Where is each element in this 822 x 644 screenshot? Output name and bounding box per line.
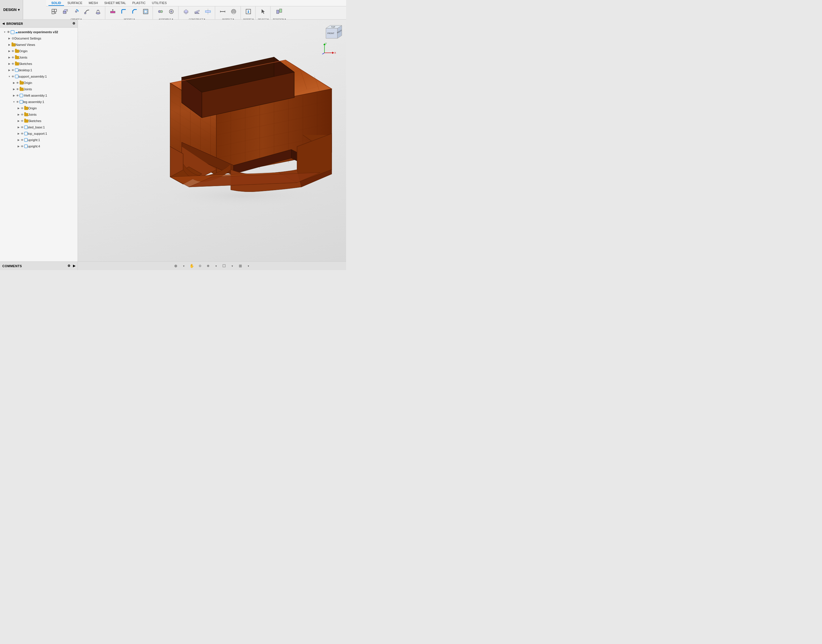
comments-section[interactable]: COMMENTS ⚙ ▶	[0, 262, 78, 270]
tree-item-upright-1[interactable]: ▶ 👁 upright:1	[0, 137, 78, 143]
snap-tool-button[interactable]: ⊕	[172, 262, 179, 270]
tree-item-left-assembly[interactable]: ▶ 👁 left assembly:1	[0, 92, 78, 99]
tree-toggle-la-origin[interactable]: ▶	[16, 106, 21, 110]
browser-collapse-icon[interactable]: ◀	[2, 22, 5, 25]
grid-settings-button[interactable]: ⊞	[237, 262, 244, 270]
tree-toggle-top-support[interactable]: ▶	[16, 131, 21, 136]
insert-button[interactable]	[243, 6, 254, 17]
eye-icon-la-origin[interactable]: 👁	[21, 107, 24, 110]
joint-button[interactable]	[155, 6, 165, 17]
zoom-in-button[interactable]: ⊕	[205, 262, 211, 270]
display-settings-button[interactable]: ☐	[220, 262, 228, 270]
tree-toggle-desktop[interactable]: ▶	[7, 68, 12, 72]
tree-item-support-assembly[interactable]: ▾ 👁 support_assembly:1	[0, 73, 78, 80]
press-pull-button[interactable]	[107, 6, 118, 17]
tree-item-named-views[interactable]: ▶ Named Views	[0, 41, 78, 48]
eye-icon-sketches[interactable]: 👁	[12, 62, 14, 66]
browser-title: BROWSER	[6, 22, 23, 25]
tree-toggle-doc-settings[interactable]: ▶	[7, 36, 12, 41]
display-menu-button[interactable]: ▾	[229, 262, 236, 270]
extrude-button[interactable]	[60, 6, 70, 17]
tree-item-la-origin[interactable]: ▶ 👁 Origin	[0, 105, 78, 111]
tab-mesh[interactable]: MESH	[86, 1, 101, 6]
measure-button[interactable]	[217, 6, 228, 17]
eye-icon-desktop[interactable]: 👁	[12, 69, 14, 72]
tree-toggle-sa-origin[interactable]: ▶	[12, 81, 16, 85]
tree-toggle-root[interactable]: ▾	[2, 30, 7, 34]
viewcube[interactable]: TOP FRONT RIGHT Y Z X	[320, 23, 343, 46]
tree-item-desktop[interactable]: ▶ 👁 desktop:1	[0, 67, 78, 73]
tree-toggle-sketches[interactable]: ▶	[7, 61, 12, 66]
eye-icon[interactable]: 👁	[7, 30, 10, 34]
tree-toggle-left-assembly[interactable]: ▶	[12, 93, 16, 98]
eye-icon-sa-origin[interactable]: 👁	[16, 81, 19, 84]
tree-item-sa-origin[interactable]: ▶ 👁 Origin	[0, 80, 78, 86]
tree-toggle-upright-4[interactable]: ▶	[16, 144, 21, 149]
tree-item-origin[interactable]: ▶ 👁 Origin	[0, 48, 78, 54]
eye-icon-left-assembly[interactable]: 👁	[16, 94, 19, 97]
eye-icon-support-assembly[interactable]: 👁	[12, 75, 14, 78]
eye-icon-upright-4[interactable]: 👁	[21, 145, 24, 148]
tree-item-upright-4[interactable]: ▶ 👁 upright:4	[0, 143, 78, 149]
shell-button[interactable]	[141, 6, 151, 17]
eye-icon-top-support[interactable]: 👁	[21, 132, 24, 135]
tree-toggle-upright-1[interactable]: ▶	[16, 138, 21, 142]
pan-tool-button[interactable]: ✋	[188, 262, 195, 270]
fillet-button[interactable]	[119, 6, 129, 17]
tree-item-top-support[interactable]: ▶ 👁 top_support:1	[0, 130, 78, 137]
position-button[interactable]	[274, 6, 285, 17]
eye-icon-joints[interactable]: 👁	[12, 56, 14, 59]
tree-toggle-origin[interactable]: ▶	[7, 49, 12, 54]
3d-viewport[interactable]: TOP FRONT RIGHT Y Z X	[78, 20, 346, 261]
tree-toggle-named-views[interactable]: ▶	[7, 42, 12, 47]
midplane-button[interactable]	[203, 6, 213, 17]
chamfer-button[interactable]	[130, 6, 140, 17]
grid-menu-button[interactable]: ▾	[245, 262, 252, 270]
gear-icon: ⚙	[12, 37, 14, 40]
tab-plastic[interactable]: PLASTIC	[130, 1, 148, 6]
select-button[interactable]	[258, 6, 268, 17]
snap-menu-button[interactable]: ▾	[180, 262, 187, 270]
tree-item-sketches[interactable]: ▶ 👁 Sketches	[0, 61, 78, 67]
eye-icon-upright-1[interactable]: 👁	[21, 138, 24, 142]
loft-button[interactable]	[93, 6, 103, 17]
tree-toggle-sled-base[interactable]: ▶	[16, 125, 21, 130]
browser-settings-icon[interactable]: ⚙	[72, 21, 75, 25]
tree-toggle-la-joints[interactable]: ▶	[16, 112, 21, 117]
zoom-fit-button[interactable]: ⊙	[196, 262, 204, 270]
eye-icon-la-sketches[interactable]: 👁	[21, 120, 24, 123]
angle-plane-button[interactable]	[192, 6, 202, 17]
tree-item-sled-base[interactable]: ▶ 👁 sled_base:1	[0, 124, 78, 130]
tree-item-root[interactable]: ▾ 👁 ☁ assembly experiments v32	[0, 29, 78, 35]
eye-icon-origin[interactable]: 👁	[12, 50, 14, 53]
tree-item-la-joints[interactable]: ▶ 👁 Joints	[0, 111, 78, 118]
tree-toggle-sa-joints[interactable]: ▶	[12, 87, 16, 92]
tree-toggle-joints[interactable]: ▶	[7, 55, 12, 60]
eye-icon-leg-assembly[interactable]: 👁	[16, 100, 19, 104]
tree-toggle-leg-assembly[interactable]: ▾	[12, 100, 16, 104]
tree-item-joints[interactable]: ▶ 👁 Joints	[0, 54, 78, 61]
tab-utilities[interactable]: UTILITIES	[149, 1, 170, 6]
comments-expand-icon[interactable]: ▶	[73, 264, 75, 268]
tab-solid[interactable]: SOLID	[49, 1, 64, 6]
sweep-button[interactable]	[82, 6, 92, 17]
tree-toggle-la-sketches[interactable]: ▶	[16, 119, 21, 123]
eye-icon-sled-base[interactable]: 👁	[21, 126, 24, 129]
offset-plane-button[interactable]	[181, 6, 191, 17]
eye-icon-sa-joints[interactable]: 👁	[16, 88, 19, 91]
zebra-button[interactable]	[228, 6, 239, 17]
tree-item-sa-joints[interactable]: ▶ 👁 Joints	[0, 86, 78, 92]
comments-settings-icon[interactable]: ⚙	[67, 264, 70, 268]
tab-surface[interactable]: SURFACE	[64, 1, 86, 6]
revolve-button[interactable]	[71, 6, 81, 17]
tree-item-leg-assembly[interactable]: ▾ 👁 leg assembly:1	[0, 99, 78, 105]
capture-position-button[interactable]	[166, 6, 176, 17]
tree-toggle-support-assembly[interactable]: ▾	[7, 74, 12, 79]
eye-icon-la-joints[interactable]: 👁	[21, 113, 24, 116]
new-component-button[interactable]	[49, 6, 60, 17]
tree-item-la-sketches[interactable]: ▶ 👁 Sketches	[0, 118, 78, 124]
tree-item-doc-settings[interactable]: ▶ ⚙ Document Settings	[0, 35, 78, 41]
tab-sheet-metal[interactable]: SHEET METAL	[101, 1, 129, 6]
design-mode-button[interactable]: DESIGN ▾	[0, 0, 23, 19]
zoom-menu-button[interactable]: ▾	[213, 262, 219, 270]
